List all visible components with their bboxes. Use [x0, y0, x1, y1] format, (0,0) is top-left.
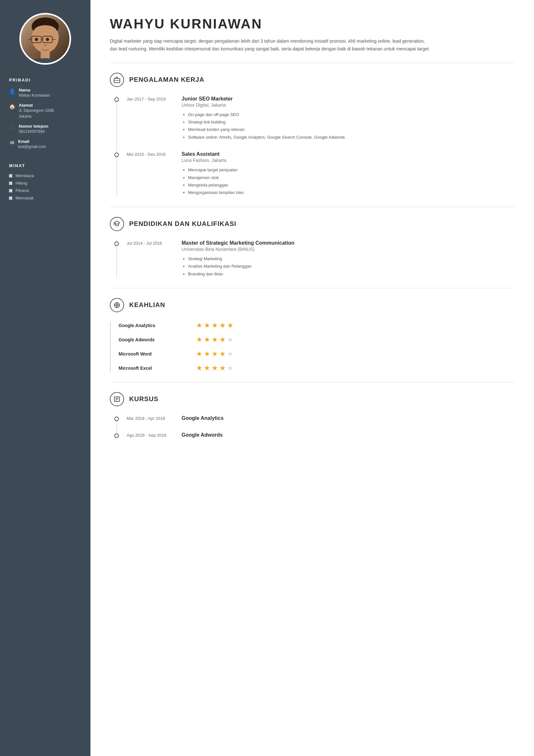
job-content-1: Junior SEO Marketer Unbox Digital, Jakar…	[182, 96, 345, 141]
pengalaman-title: PENGALAMAN KERJA	[129, 76, 205, 83]
minat-membaca: Membaca	[9, 173, 81, 178]
job-title-1: Junior SEO Marketer	[182, 96, 345, 102]
divider-2	[110, 207, 515, 207]
pribadi-title: PRIBADI	[9, 78, 81, 82]
alamat-value: Jl. Diponegoro 100BJakarta	[19, 108, 54, 119]
phone-icon: 📞	[9, 124, 15, 131]
minat-title: MINAT	[9, 163, 81, 168]
minat-bullet	[9, 182, 12, 185]
minat-hiking: Hiking	[9, 181, 81, 185]
skill-row-ga: Google Analytics ★ ★ ★ ★ ★	[118, 321, 515, 330]
kursus-section: KURSUS Mar 2018 - Apr 2018 Google Analyt…	[110, 392, 515, 439]
kursus-title: KURSUS	[129, 395, 158, 403]
nama-value: Wahyu Kurniawan	[19, 93, 50, 98]
star-3: ★	[212, 321, 218, 330]
bullet-item: Branding dan Iklan	[188, 270, 294, 278]
pribadi-section: PRIBADI 👤 Nama Wahyu Kurniawan 🏠 Alamat …	[0, 78, 90, 154]
minat-label: Membaca	[15, 173, 34, 178]
pendidikan-title: PENDIDIKAN DAN KUALIFIKASI	[129, 220, 237, 228]
telepon-item: 📞 Nomor telepon 081234567890	[9, 124, 81, 134]
divider-4	[110, 382, 515, 382]
bullet-item: Membuat konten yang relevan	[188, 126, 345, 133]
skill-name-msw: Microsoft Word	[118, 351, 190, 357]
minat-label: Memasak	[15, 196, 34, 201]
minat-label: Fitness	[15, 188, 29, 193]
kursus-header: KURSUS	[110, 392, 515, 406]
person-icon: 👤	[9, 88, 15, 94]
star-5-empty: ★	[227, 350, 234, 358]
job-content-2: Sales Assistant Luna Fashion, Jakarta Me…	[182, 151, 244, 197]
keahlian-title: KEAHLIAN	[129, 301, 165, 309]
divider-3	[110, 288, 515, 288]
star-1: ★	[196, 321, 203, 330]
minat-section: MINAT Membaca Hiking Fitness Memasak	[0, 163, 90, 203]
bullet-item: Strategi Marketing	[188, 255, 294, 262]
skill-row-gadw: Google Adwords ★ ★ ★ ★ ★	[118, 336, 515, 344]
star-4: ★	[219, 350, 226, 358]
pendidikan-header: PENDIDIKAN DAN KUALIFIKASI	[110, 217, 515, 231]
pengalaman-timeline: Jan 2017 - Sep 2019 Junior SEO Marketer …	[116, 96, 515, 197]
skill-name-ga: Google Analytics	[118, 323, 190, 328]
job-company-1: Unbox Digital, Jakarta	[182, 102, 345, 108]
star-1: ★	[196, 336, 203, 344]
pendidikan-timeline: Jul 2014 - Jul 2016 Master of Strategic …	[116, 240, 515, 278]
bullet-item: Strategi link building	[188, 118, 345, 126]
star-5-empty: ★	[227, 364, 234, 372]
job-title-2: Sales Assistant	[182, 151, 244, 157]
email-value: test@gmail.com	[18, 144, 46, 149]
kursus-item-1: Mar 2018 - Apr 2018 Google Analytics	[127, 415, 515, 422]
timeline-dot	[114, 433, 119, 438]
skill-row-msw: Microsoft Word ★ ★ ★ ★ ★	[118, 350, 515, 358]
svg-point-12	[27, 58, 63, 65]
minat-bullet	[9, 197, 12, 200]
kursus-item-2: Agu 2018 - Sep 2018 Google Adwords	[127, 432, 515, 439]
timeline-dot	[114, 417, 119, 421]
bullet-item: Analisis Marketing dan Pelanggan	[188, 262, 294, 270]
svg-point-10	[43, 44, 47, 46]
work-icon-circle	[110, 73, 124, 87]
minat-bullet	[9, 189, 12, 192]
bullet-item: Mengelola pelanggan	[188, 181, 244, 189]
kursus-title-1: Google Analytics	[182, 415, 223, 421]
edu-date-1: Jul 2014 - Jul 2016	[127, 240, 182, 246]
job-item-1: Jan 2017 - Sep 2019 Junior SEO Marketer …	[127, 96, 515, 141]
bullet-item: Mencapai target penjualan	[188, 166, 244, 174]
svg-point-9	[46, 38, 49, 41]
skill-name-mse: Microsoft Excel	[118, 365, 190, 371]
pengalaman-header: PENGALAMAN KERJA	[110, 73, 515, 87]
bullet-item: On-page dan off-page SEO	[188, 111, 345, 118]
skill-stars-mse: ★ ★ ★ ★ ★	[196, 364, 234, 372]
star-4: ★	[219, 364, 226, 372]
skill-stars-gadw: ★ ★ ★ ★ ★	[196, 336, 234, 344]
timeline-dot	[114, 241, 119, 246]
skills-table: Google Analytics ★ ★ ★ ★ ★ Google Adword…	[110, 321, 515, 372]
avatar	[19, 13, 71, 65]
star-4: ★	[219, 321, 226, 330]
home-icon: 🏠	[9, 103, 15, 110]
candidate-name: WAHYU KURNIAWAN	[110, 16, 515, 32]
edu-content-1: Master of Strategic Marketing Communicat…	[182, 240, 294, 278]
star-3: ★	[212, 364, 218, 372]
star-2: ★	[204, 336, 210, 344]
star-2: ★	[204, 364, 210, 372]
star-2: ★	[204, 350, 210, 358]
skills-icon-circle	[110, 298, 124, 312]
star-4: ★	[219, 336, 226, 344]
star-3: ★	[212, 336, 218, 344]
kursus-content-2: Google Adwords	[182, 432, 222, 439]
kursus-content-1: Google Analytics	[182, 415, 223, 422]
minat-bullet	[9, 174, 12, 177]
kursus-timeline: Mar 2018 - Apr 2018 Google Analytics Agu…	[116, 415, 515, 439]
star-3: ★	[212, 350, 218, 358]
skill-stars-msw: ★ ★ ★ ★ ★	[196, 350, 234, 358]
avatar-image	[21, 14, 69, 63]
edu-item-1: Jul 2014 - Jul 2016 Master of Strategic …	[127, 240, 515, 278]
alamat-label: Alamat	[19, 103, 54, 108]
kursus-title-2: Google Adwords	[182, 432, 222, 438]
skill-row-mse: Microsoft Excel ★ ★ ★ ★ ★	[118, 364, 515, 372]
main-content: WAHYU KURNIAWAN Digital marketer yang si…	[90, 0, 534, 756]
svg-point-8	[35, 38, 38, 41]
pengalaman-section: PENGALAMAN KERJA Jan 2017 - Sep 2019 Jun…	[110, 73, 515, 197]
bullet-item: Software online: Ahrefs, Google Analytic…	[188, 133, 345, 141]
keahlian-section: KEAHLIAN Google Analytics ★ ★ ★ ★ ★ Goog…	[110, 298, 515, 372]
